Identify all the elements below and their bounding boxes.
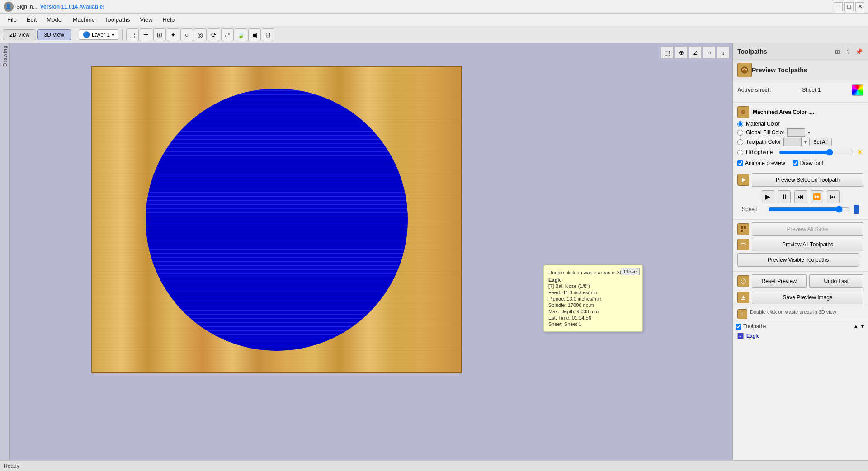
tooltip-close-button[interactable]: Close xyxy=(621,268,640,275)
save-icon xyxy=(737,292,749,303)
toolpath-preview-circle xyxy=(146,89,408,351)
close-button[interactable]: ✕ xyxy=(855,2,864,11)
menu-bar: File Edit Model Machine Toolpaths View H… xyxy=(0,14,868,26)
color-palette-button[interactable] xyxy=(852,84,863,96)
menu-file[interactable]: File xyxy=(3,15,21,24)
global-fill-option[interactable]: Global Fill Color ▾ xyxy=(737,128,863,137)
speed-slider[interactable] xyxy=(768,206,850,213)
layer-dropdown[interactable]: 🔵 Layer 1 ▾ xyxy=(79,29,118,40)
panel-help-btn[interactable]: ? xyxy=(844,47,853,56)
title-bar: 👤 Sign in... Version 11.014 Available! –… xyxy=(0,0,868,14)
set-all-button[interactable]: Set All xyxy=(809,138,831,146)
canvas-mirror-y-btn[interactable]: ↕ xyxy=(717,46,730,59)
canvas-toolbar: ⬚ ⊕ Z ↔ ↕ xyxy=(661,46,730,59)
play-button[interactable]: ▶ xyxy=(762,190,774,203)
menu-machine[interactable]: Machine xyxy=(68,15,99,24)
preview-all-toolpaths-icon xyxy=(737,239,749,250)
menu-model[interactable]: Model xyxy=(42,15,67,24)
lithophane-radio[interactable] xyxy=(737,150,743,155)
2d-view-tab[interactable]: 2D View xyxy=(3,29,36,40)
lithophane-slider[interactable] xyxy=(779,149,854,156)
canvas-frame-btn[interactable]: ⬚ xyxy=(661,46,674,59)
layer-dropdown-arrow: ▾ xyxy=(112,32,114,38)
tooltip-feed: Feed: 44.0 inches/min xyxy=(548,290,638,295)
material-color-radio[interactable] xyxy=(737,121,743,127)
machined-area-icon xyxy=(737,106,749,118)
checkbox-row: Animate preview Draw tool xyxy=(737,160,863,166)
toolbar-frame-btn[interactable]: ▣ xyxy=(248,28,261,41)
menu-view[interactable]: View xyxy=(136,15,157,24)
toolpath-list-up-btn[interactable]: ▲ xyxy=(853,323,859,330)
active-sheet-section: Active sheet: Sheet 1 xyxy=(733,80,868,103)
sign-in-label[interactable]: Sign in... xyxy=(16,4,38,10)
animate-preview-checkbox[interactable]: Animate preview xyxy=(737,160,785,166)
menu-toolpaths[interactable]: Toolpaths xyxy=(100,15,135,24)
preview-visible-toolpaths-button[interactable]: Preview Visible Toolpaths xyxy=(737,253,859,267)
toolpath-list-checkbox[interactable] xyxy=(736,324,741,330)
material-color-option[interactable]: Material Color xyxy=(737,121,863,127)
tooltip-plunge: Plunge: 13.0 inches/min xyxy=(548,296,638,301)
view-tabs: 2D View 3D View xyxy=(3,29,71,40)
machined-area-section: Machined Area Color .... Material Color … xyxy=(733,103,868,170)
pause-button[interactable]: ⏸ xyxy=(778,190,791,203)
toolbar-move-btn[interactable]: ✛ xyxy=(140,28,152,41)
3d-view-tab[interactable]: 3D View xyxy=(37,29,71,40)
preview-selected-button[interactable]: Preview Selected Toolpath xyxy=(752,173,863,187)
toolbar-grid-btn[interactable]: ⊞ xyxy=(153,28,166,41)
preview-all-sides-button[interactable]: Preview All Sides xyxy=(752,222,863,236)
toolpath-color-radio[interactable] xyxy=(737,139,743,145)
reset-preview-button[interactable]: Reset Preview xyxy=(752,274,807,288)
canvas-mirror-x-btn[interactable]: ↔ xyxy=(703,46,716,59)
global-fill-radio[interactable] xyxy=(737,130,743,136)
undo-last-button[interactable]: Undo Last xyxy=(809,274,864,288)
sign-in-area: 👤 Sign in... Version 11.014 Available! xyxy=(4,2,104,12)
active-sheet-row: Active sheet: Sheet 1 xyxy=(737,84,863,96)
save-preview-image-button[interactable]: Save Preview Image xyxy=(752,291,863,304)
preview-all-toolpaths-button[interactable]: Preview All Toolpaths xyxy=(752,238,863,251)
preview-toolpaths-header: Preview Toolpaths xyxy=(733,60,868,80)
canvas-target-btn[interactable]: ⊕ xyxy=(675,46,688,59)
lithophane-row: ☀ xyxy=(779,147,863,157)
global-fill-dropdown-arrow[interactable]: ▾ xyxy=(808,130,810,135)
global-fill-color-row: ▾ xyxy=(787,128,810,137)
toolbar-select-btn[interactable]: ⬚ xyxy=(126,28,139,41)
panel-pin-btn[interactable]: 📌 xyxy=(854,47,863,56)
preview-toolpaths-icon xyxy=(737,63,752,77)
lithophane-label: Lithophane xyxy=(746,149,773,155)
toolpath-color-dropdown-arrow[interactable]: ▾ xyxy=(804,140,807,145)
canvas-z-btn[interactable]: Z xyxy=(689,46,702,59)
toolbar-view-btn[interactable]: ◎ xyxy=(194,28,207,41)
toolbar-snap-btn[interactable]: ✦ xyxy=(167,28,179,41)
toolbar-circle-btn[interactable]: ○ xyxy=(180,28,193,41)
rewind-button[interactable]: ⏮ xyxy=(827,190,840,203)
toolbar-rotate-btn[interactable]: ⟳ xyxy=(208,28,220,41)
skip-forward-button[interactable]: ⏩ xyxy=(811,190,823,203)
active-sheet-value: Sheet 1 xyxy=(802,87,821,93)
svg-rect-7 xyxy=(744,226,746,229)
speed-label: Speed xyxy=(742,206,764,212)
toolbar-extra-btn[interactable]: ⊟ xyxy=(262,28,274,41)
toolbar-mirror-btn[interactable]: ⇄ xyxy=(221,28,234,41)
canvas-area[interactable]: ⬚ ⊕ Z ↔ ↕ Close Double click on waste ar… xyxy=(10,43,732,460)
toolpath-list-down-btn[interactable]: ▼ xyxy=(860,323,865,330)
toolbar-leaf-btn[interactable]: 🍃 xyxy=(235,28,247,41)
double-click-hint-text: Double click on waste areas in 3D view xyxy=(750,309,836,315)
toolpath-color-swatch[interactable] xyxy=(783,138,802,146)
global-fill-swatch[interactable] xyxy=(787,128,805,137)
toolpath-item-checkbox[interactable]: ✓ xyxy=(737,333,744,339)
playback-controls: ▶ ⏸ ⏭ ⏩ ⏮ xyxy=(737,188,863,205)
menu-edit[interactable]: Edit xyxy=(22,15,41,24)
svg-text:i: i xyxy=(742,312,743,316)
panel-maximize-btn[interactable]: ⊞ xyxy=(833,47,842,56)
layer-label: Layer 1 xyxy=(92,32,110,38)
draw-tool-checkbox[interactable]: Draw tool xyxy=(793,160,823,166)
maximize-button[interactable]: □ xyxy=(844,2,854,11)
main-area: Drawing ⬚ ⊕ Z ↔ ↕ Close Double click on … xyxy=(0,43,868,460)
tooltip-est-time: Est. Time: 01:14:56 xyxy=(548,315,638,320)
minimize-button[interactable]: – xyxy=(834,2,843,11)
status-text: Ready xyxy=(4,463,19,469)
lithophane-option[interactable]: Lithophane ☀ xyxy=(737,147,863,157)
skip-end-button[interactable]: ⏭ xyxy=(794,190,807,203)
menu-help[interactable]: Help xyxy=(158,15,179,24)
toolpath-color-option[interactable]: Toolpath Color ▾ Set All xyxy=(737,138,863,146)
